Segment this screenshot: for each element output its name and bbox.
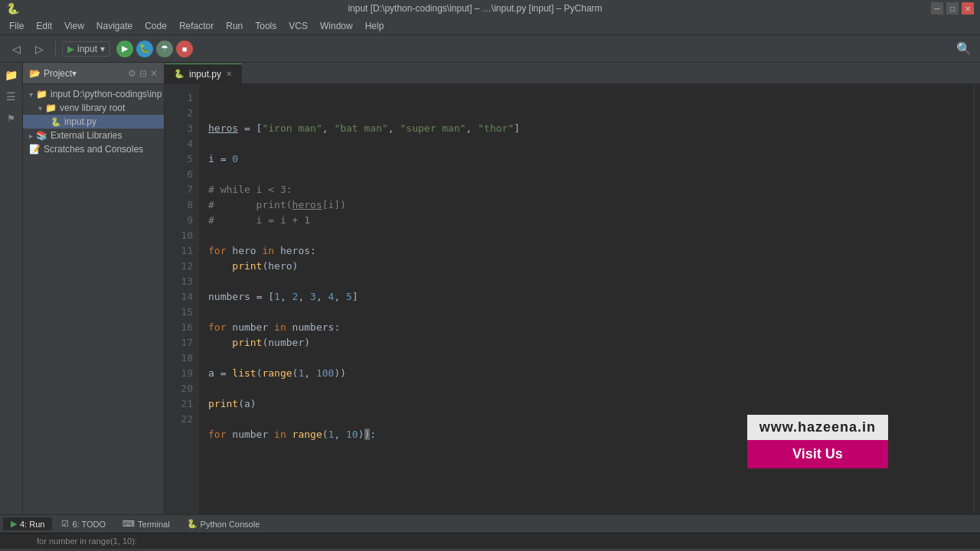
- project-expand-icon[interactable]: ⊟: [139, 68, 147, 79]
- editor-tab-bar: 🐍 input.py ✕: [165, 63, 980, 84]
- menu-vcs[interactable]: VCS: [283, 17, 314, 34]
- watermark-visit-button[interactable]: Visit Us: [747, 440, 888, 468]
- tree-arrow: ▾: [29, 90, 33, 99]
- code-line-2: heros: [208, 122, 238, 134]
- debug-button[interactable]: 🐛: [136, 41, 153, 57]
- menu-run[interactable]: Run: [220, 17, 249, 34]
- menu-navigate[interactable]: Navigate: [90, 17, 139, 34]
- code-line-3: [208, 138, 214, 149]
- project-settings-icon[interactable]: ⚙: [128, 68, 136, 79]
- left-sidebar: 📁 ☰ ⚑: [0, 63, 23, 514]
- run-button[interactable]: ▶: [116, 41, 133, 57]
- titlebar-icon: 🐍: [6, 2, 19, 15]
- run-config-icon: ▶: [67, 44, 74, 54]
- run-icon: ▶: [11, 519, 17, 529]
- code-line-7: # print(heros[i]): [208, 199, 346, 210]
- project-panel: 📂 Project▾ ⚙ ⊟ ✕ ▾ 📁 input D:\python-cod…: [23, 63, 165, 514]
- code-line-17: [208, 352, 214, 364]
- bottom-tabs: ▶ 4: Run ☑ 6: TODO ⌨ Terminal 🐍 Python C…: [0, 514, 980, 533]
- bottom-tab-python-console-label: Python Console: [201, 520, 260, 529]
- menu-window[interactable]: Window: [314, 17, 359, 34]
- code-line-11: print(hero): [208, 260, 298, 272]
- code-line-16: print(number): [208, 337, 310, 348]
- tree-arrow: ▸: [29, 132, 33, 140]
- code-line-18: a = list(range(1, 100)): [208, 367, 346, 379]
- folder-icon: 📚: [36, 130, 47, 141]
- line-numbers: 1 2 3 4 5 6 7 8 9 10 11 12 13 14 15 16 1…: [165, 84, 199, 514]
- code-line-2b: = ["iron man", "bat man", "super man", "…: [238, 122, 520, 134]
- bottom-tab-terminal[interactable]: ⌨ Terminal: [115, 517, 178, 530]
- project-title: Project▾: [44, 68, 125, 79]
- bottom-tab-run-label: 4: Run: [20, 520, 44, 529]
- menu-view[interactable]: View: [58, 17, 90, 34]
- menu-code[interactable]: Code: [139, 17, 173, 34]
- menu-edit[interactable]: Edit: [30, 17, 58, 34]
- project-folder-icon: 📂: [29, 68, 41, 79]
- tree-arrow: ▾: [38, 104, 42, 112]
- tab-input-py[interactable]: 🐍 input.py ✕: [165, 64, 242, 83]
- todo-icon: ☑: [61, 519, 69, 529]
- run-config-dropdown[interactable]: ▶ input ▾: [62, 41, 110, 57]
- tab-close-button[interactable]: ✕: [226, 70, 232, 78]
- editor-scrollbar[interactable]: [974, 84, 980, 514]
- project-close-icon[interactable]: ✕: [150, 68, 158, 79]
- folder-icon: 📝: [29, 144, 41, 155]
- code-line-9: [208, 230, 214, 241]
- watermark-url: www.hazeena.in: [747, 415, 888, 440]
- tree-item-input-py[interactable]: 🐍 input.py: [23, 115, 164, 129]
- code-line-4: i = 0: [208, 153, 238, 165]
- tree-item-label: input D:\python-codings\inp: [51, 89, 162, 99]
- code-line-20: print(a): [208, 398, 256, 409]
- code-editor[interactable]: 1 2 3 4 5 6 7 8 9 10 11 12 13 14 15 16 1…: [165, 84, 980, 514]
- search-everywhere-button[interactable]: 🔍: [954, 39, 974, 59]
- bottom-tab-todo-label: 6: TODO: [72, 520, 106, 529]
- tree-item-input-folder[interactable]: ▾ 📁 input D:\python-codings\inp: [23, 87, 164, 101]
- toolbar-forward-button[interactable]: ▷: [29, 39, 49, 59]
- terminal-icon: ⌨: [122, 519, 135, 529]
- menu-refactor[interactable]: Refactor: [173, 17, 220, 34]
- tree-item-external-libraries[interactable]: ▸ 📚 External Libraries: [23, 129, 164, 142]
- sidebar-structure-icon[interactable]: ☰: [2, 87, 21, 106]
- code-line-15: for number in numbers:: [208, 321, 340, 333]
- code-line-8: # i = i + 1: [208, 214, 310, 226]
- menu-tools[interactable]: Tools: [249, 17, 283, 34]
- titlebar: 🐍 input [D:\python-codings\input] – …\in…: [0, 0, 980, 17]
- tree-item-label: input.py: [64, 116, 96, 127]
- menu-help[interactable]: Help: [359, 17, 390, 34]
- menu-file[interactable]: File: [3, 17, 30, 34]
- folder-icon: 📁: [45, 103, 57, 113]
- tree-item-scratches[interactable]: 📝 Scratches and Consoles: [23, 142, 164, 156]
- tab-py-icon: 🐍: [174, 69, 185, 79]
- py-file-icon: 🐍: [51, 117, 61, 127]
- run-config-arrow: ▾: [100, 44, 105, 54]
- titlebar-title: input [D:\python-codings\input] – …\inpu…: [348, 3, 602, 14]
- code-line-22: for number in range(1, 10)):: [208, 429, 376, 440]
- minimize-button[interactable]: ─: [931, 2, 943, 15]
- code-line-12: [208, 276, 214, 287]
- tree-item-label: Scratches and Consoles: [44, 144, 143, 155]
- statusbar: ⎇ main 22:26 CRLF UTF-8 4 spaces: 4 Pyth…: [0, 548, 980, 551]
- tree-item-label: venv library root: [60, 103, 125, 113]
- maximize-button[interactable]: □: [946, 2, 959, 15]
- sidebar-bookmark-icon[interactable]: ⚑: [2, 109, 21, 127]
- stop-button[interactable]: ■: [176, 41, 193, 57]
- bottom-tab-todo[interactable]: ☑ 6: TODO: [54, 517, 113, 530]
- watermark-overlay: www.hazeena.in Visit Us: [747, 415, 888, 468]
- menubar: File Edit View Navigate Code Refactor Ru…: [0, 17, 980, 35]
- bottom-tab-run[interactable]: ▶ 4: Run: [3, 517, 52, 530]
- tree-item-venv[interactable]: ▾ 📁 venv library root: [23, 101, 164, 115]
- hint-text: for number in range(1, 10):: [37, 536, 137, 546]
- toolbar: ◁ ▷ ▶ input ▾ ▶ 🐛 ☂ ■ 🔍: [0, 35, 980, 63]
- titlebar-controls: ─ □ ✕: [931, 2, 974, 15]
- toolbar-back-button[interactable]: ◁: [6, 39, 26, 59]
- coverage-button[interactable]: ☂: [156, 41, 173, 57]
- code-line-5: [208, 168, 214, 180]
- code-line-10: for hero in heros:: [208, 245, 316, 256]
- python-console-icon: 🐍: [187, 519, 198, 529]
- close-button[interactable]: ✕: [962, 2, 974, 15]
- main-area: 📁 ☰ ⚑ 📂 Project▾ ⚙ ⊟ ✕ ▾ 📁 input D:\pyth…: [0, 63, 980, 514]
- bottom-tab-python-console[interactable]: 🐍 Python Console: [179, 517, 268, 530]
- sidebar-project-icon[interactable]: 📁: [2, 66, 21, 84]
- project-tree: ▾ 📁 input D:\python-codings\inp ▾ 📁 venv…: [23, 84, 164, 514]
- folder-icon: 📁: [36, 89, 47, 99]
